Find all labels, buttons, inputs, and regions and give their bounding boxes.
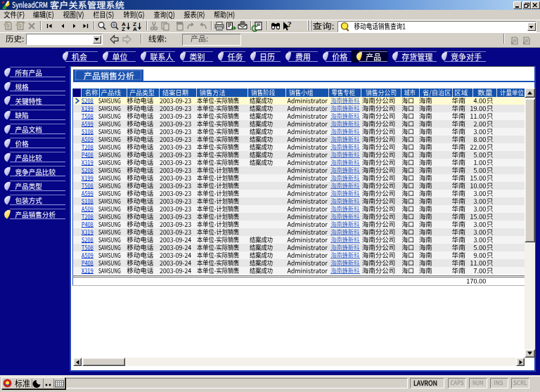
svg-text:Z: Z xyxy=(122,26,125,32)
svg-text:A: A xyxy=(133,26,137,32)
svg-text:?: ? xyxy=(288,20,292,28)
